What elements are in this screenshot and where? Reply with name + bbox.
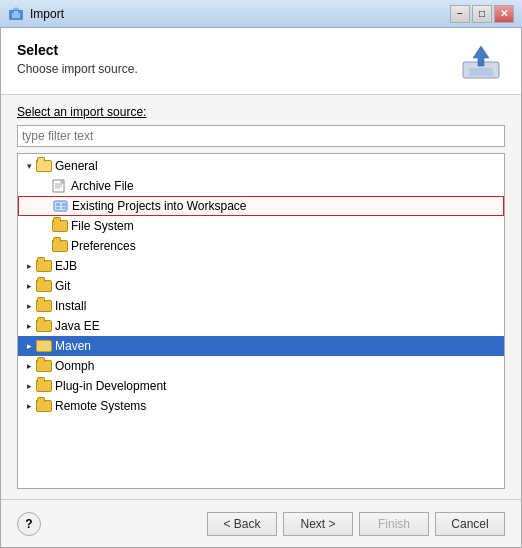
folder-icon-plugin xyxy=(36,380,52,392)
tree-label-archive: Archive File xyxy=(71,179,134,193)
header-icon xyxy=(457,42,505,82)
svg-rect-13 xyxy=(56,203,60,206)
folder-icon-ejb xyxy=(36,260,52,272)
svg-rect-5 xyxy=(469,68,493,76)
cancel-button[interactable]: Cancel xyxy=(435,512,505,536)
tree-label-git: Git xyxy=(55,279,70,293)
tree-label-existing: Existing Projects into Workspace xyxy=(72,199,247,213)
help-button[interactable]: ? xyxy=(17,512,41,536)
header-text: Select Choose import source. xyxy=(17,42,138,76)
dialog-title: Select xyxy=(17,42,138,58)
svg-marker-1 xyxy=(12,7,20,10)
expand-install[interactable] xyxy=(22,299,36,313)
tree-label-maven: Maven xyxy=(55,339,91,353)
folder-icon-filesystem xyxy=(52,220,68,232)
svg-rect-14 xyxy=(62,203,66,206)
title-bar-icon xyxy=(8,6,24,22)
tree-label-general: General xyxy=(55,159,98,173)
tree-scroll[interactable]: General Archive File xyxy=(18,154,504,488)
tree-container: General Archive File xyxy=(17,153,505,489)
filter-input[interactable] xyxy=(17,125,505,147)
folder-icon-javaee xyxy=(36,320,52,332)
tree-item-existing[interactable]: Existing Projects into Workspace xyxy=(18,196,504,216)
expand-remote[interactable] xyxy=(22,399,36,413)
expand-general[interactable] xyxy=(22,159,36,173)
close-button[interactable]: ✕ xyxy=(494,5,514,23)
finish-button[interactable]: Finish xyxy=(359,512,429,536)
import-icon xyxy=(461,44,501,80)
tree-item-maven[interactable]: Maven xyxy=(18,336,504,356)
folder-icon-git xyxy=(36,280,52,292)
nav-buttons: < Back Next > Finish Cancel xyxy=(207,512,505,536)
folder-icon-remote xyxy=(36,400,52,412)
back-button[interactable]: < Back xyxy=(207,512,277,536)
title-bar-title: Import xyxy=(30,7,450,21)
expand-oomph[interactable] xyxy=(22,359,36,373)
svg-rect-2 xyxy=(12,13,20,18)
expand-javaee[interactable] xyxy=(22,319,36,333)
tree-label-remote: Remote Systems xyxy=(55,399,146,413)
existing-projects-icon xyxy=(53,199,69,213)
tree-item-git[interactable]: Git xyxy=(18,276,504,296)
header-section: Select Choose import source. xyxy=(1,28,521,95)
tree-label-filesystem: File System xyxy=(71,219,134,233)
tree-item-archive[interactable]: Archive File xyxy=(18,176,504,196)
tree-label-plugin: Plug-in Development xyxy=(55,379,166,393)
expand-maven[interactable] xyxy=(22,339,36,353)
minimize-button[interactable]: − xyxy=(450,5,470,23)
tree-label-oomph: Oomph xyxy=(55,359,94,373)
folder-icon-maven xyxy=(36,340,52,352)
tree-item-plugin[interactable]: Plug-in Development xyxy=(18,376,504,396)
folder-icon-oomph xyxy=(36,360,52,372)
tree-label-javaee: Java EE xyxy=(55,319,100,333)
tree-item-filesystem[interactable]: File System xyxy=(18,216,504,236)
title-bar: Import − □ ✕ xyxy=(0,0,522,28)
section-label: Select an import source: xyxy=(17,105,505,119)
button-row: ? < Back Next > Finish Cancel xyxy=(1,499,521,547)
title-bar-buttons: − □ ✕ xyxy=(450,5,514,23)
tree-item-oomph[interactable]: Oomph xyxy=(18,356,504,376)
expand-ejb[interactable] xyxy=(22,259,36,273)
expand-git[interactable] xyxy=(22,279,36,293)
maximize-button[interactable]: □ xyxy=(472,5,492,23)
tree-item-ejb[interactable]: EJB xyxy=(18,256,504,276)
dialog-subtitle: Choose import source. xyxy=(17,62,138,76)
tree-item-remote[interactable]: Remote Systems xyxy=(18,396,504,416)
next-button[interactable]: Next > xyxy=(283,512,353,536)
svg-rect-15 xyxy=(56,207,60,209)
tree-item-general[interactable]: General xyxy=(18,156,504,176)
tree-item-preferences[interactable]: Preferences xyxy=(18,236,504,256)
tree-label-install: Install xyxy=(55,299,86,313)
expand-plugin[interactable] xyxy=(22,379,36,393)
tree-item-install[interactable]: Install xyxy=(18,296,504,316)
tree-label-preferences: Preferences xyxy=(71,239,136,253)
svg-rect-16 xyxy=(62,207,66,209)
folder-icon-install xyxy=(36,300,52,312)
archive-file-icon xyxy=(52,179,68,193)
content-section: Select an import source: General xyxy=(1,95,521,499)
tree-item-javaee[interactable]: Java EE xyxy=(18,316,504,336)
folder-icon-preferences xyxy=(52,240,68,252)
folder-icon-general xyxy=(36,160,52,172)
dialog-body: Select Choose import source. Select an i… xyxy=(0,28,522,548)
tree-label-ejb: EJB xyxy=(55,259,77,273)
